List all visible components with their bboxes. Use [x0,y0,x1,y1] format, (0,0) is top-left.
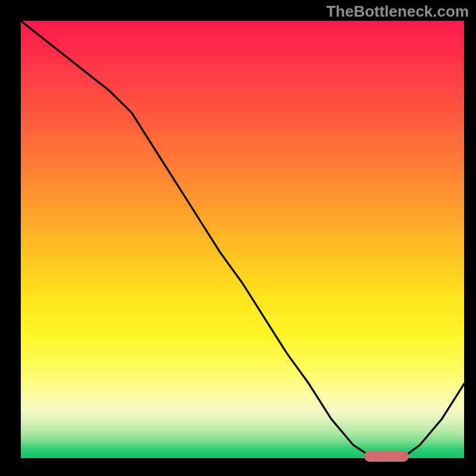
optimal-range-marker [364,451,409,462]
curve-path [21,21,464,458]
bottleneck-curve [21,21,464,458]
chart-frame: TheBottleneck.com [0,0,476,476]
watermark-text: TheBottleneck.com [326,2,469,21]
plot-area [21,21,464,458]
